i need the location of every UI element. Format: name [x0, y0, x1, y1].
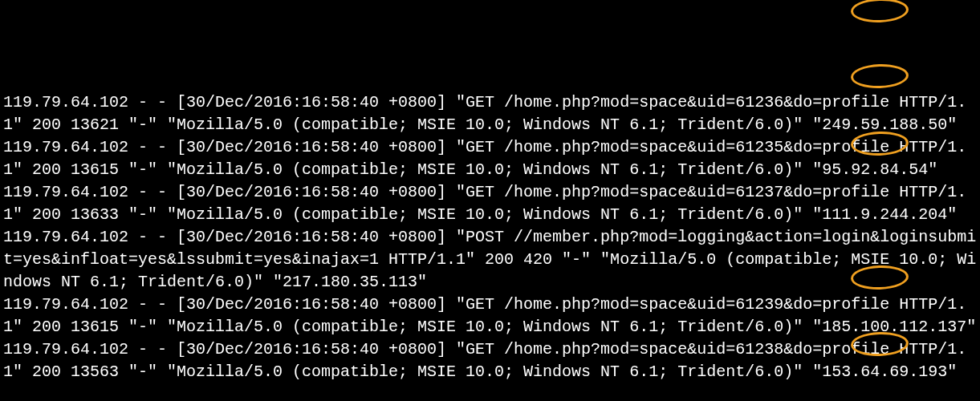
highlight-ellipse	[850, 63, 909, 89]
highlight-ellipse	[850, 0, 909, 23]
log-output: 119.79.64.102 - - [30/Dec/2016:16:58:40 …	[3, 91, 977, 383]
